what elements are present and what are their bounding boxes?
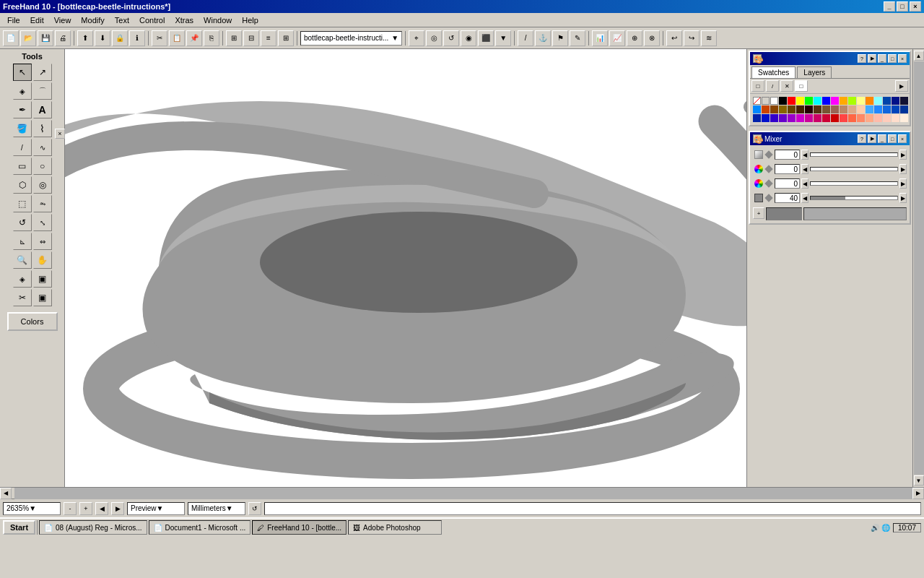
mixer-a-track[interactable] [810, 196, 898, 200]
swatch-yellow[interactable] [796, 97, 804, 105]
lock-btn[interactable]: 🔒 [112, 30, 128, 46]
undo-btn[interactable]: ↩ [666, 30, 682, 46]
rect-tool[interactable]: ▭ [13, 158, 32, 175]
zoom-dropdown[interactable]: 2635% ▼ [3, 502, 61, 515]
print-btn[interactable]: 🖨 [55, 30, 71, 46]
sw-btn-stroke[interactable]: / [766, 80, 779, 92]
tools-panel-close[interactable]: × [55, 129, 65, 139]
open-btn[interactable]: 📂 [20, 30, 36, 46]
save-btn[interactable]: 💾 [38, 30, 53, 46]
swatch-r3-8[interactable] [814, 114, 821, 122]
swatch-magenta[interactable] [831, 97, 839, 105]
sw-btn-none[interactable]: ✕ [780, 80, 793, 92]
close-btn[interactable]: × [910, 1, 921, 12]
copy-btn[interactable]: 📋 [169, 30, 185, 46]
next-page-btn[interactable]: ▶ [111, 502, 124, 515]
new-btn[interactable]: 📄 [3, 30, 19, 46]
tb-btn-8[interactable]: ⚓ [535, 30, 551, 46]
swatch-r3-15[interactable] [874, 114, 882, 122]
mixer-r-right-btn[interactable]: ▶ [899, 150, 907, 160]
mixer-maximize-btn[interactable]: □ [888, 134, 897, 143]
mixer-r-left-btn[interactable]: ◀ [801, 150, 808, 160]
swatch-orange[interactable] [840, 97, 847, 105]
swatch-navyblue[interactable] [892, 97, 899, 105]
swatch-black[interactable] [779, 97, 787, 105]
menu-control[interactable]: Control [135, 14, 169, 26]
swatch-r3-6[interactable] [796, 114, 804, 122]
redo-btn[interactable]: ↪ [684, 30, 699, 46]
spiral-tool[interactable]: ◎ [33, 176, 52, 194]
swatch-cyan[interactable] [814, 97, 821, 105]
mirror-tool[interactable]: ⇔ [33, 233, 52, 250]
eyedrop-tool[interactable]: ◈ [13, 270, 32, 288]
units-dropdown[interactable]: Millimeters ▼ [188, 502, 245, 515]
mixer-g-right-btn[interactable]: ▶ [899, 164, 907, 174]
bezigon-tool[interactable]: ⌒ [33, 82, 52, 100]
swatch-r2-2[interactable] [762, 105, 770, 113]
group-btn[interactable]: ⊞ [226, 30, 242, 46]
document-dropdown[interactable]: bottlecap-beetle-instructi... ▼ [300, 31, 402, 46]
mixer-options-btn[interactable]: ▶ [868, 134, 876, 143]
align-btn[interactable]: ⊞ [278, 30, 294, 46]
swatch-r2-15[interactable] [874, 105, 882, 113]
swatch-r2-8[interactable] [814, 105, 821, 113]
polygon-tool[interactable]: ⬡ [13, 176, 32, 194]
sw-btn-white[interactable]: □ [795, 80, 808, 92]
swatch-green[interactable] [805, 97, 813, 105]
fill-tool[interactable]: 🪣 [13, 120, 32, 137]
swatch-r2-7[interactable] [805, 105, 813, 113]
pen-tool[interactable]: ✒ [13, 101, 32, 118]
mixer-a-left-btn[interactable]: ◀ [801, 193, 808, 203]
swatch-r3-7[interactable] [805, 114, 813, 122]
info-btn[interactable]: ℹ [129, 30, 145, 46]
zoom-in-btn[interactable]: + [79, 502, 92, 515]
line-tool[interactable]: / [13, 139, 32, 156]
swatch-r3-17[interactable] [892, 114, 899, 122]
swatches-options-btn[interactable]: ▶ [868, 54, 876, 63]
refresh-btn[interactable]: ↺ [248, 502, 261, 515]
swatch-none[interactable] [753, 97, 761, 105]
fr-btn-1[interactable]: ▲ [914, 51, 924, 61]
lasso-tool[interactable]: ◈ [13, 82, 32, 100]
swatch-darkblue[interactable] [883, 97, 891, 105]
arrange-btn[interactable]: ≡ [261, 30, 276, 46]
swatch-r2-5[interactable] [788, 105, 796, 113]
swatch-r2-12[interactable] [848, 105, 856, 113]
prev-page-btn[interactable]: ◀ [95, 502, 108, 515]
arc-tool[interactable]: ∿ [33, 139, 52, 156]
clone-btn[interactable]: ⎘ [204, 30, 219, 46]
swatch-r2-11[interactable] [840, 105, 847, 113]
fr-btn-bottom[interactable]: ▼ [914, 475, 924, 486]
mixer-g-track[interactable] [810, 167, 898, 171]
swatch-r3-13[interactable] [857, 114, 865, 122]
tab-swatches[interactable]: Swatches [751, 66, 796, 78]
tb-btn-1[interactable]: ⌖ [409, 30, 424, 46]
tb-btn-5[interactable]: ⬛ [478, 30, 494, 46]
rotate-tool[interactable]: ↺ [13, 214, 32, 231]
subselect-tool[interactable]: ↗ [33, 64, 52, 81]
fill-sq-tool[interactable]: ▣ [33, 289, 52, 306]
mixer-g-left-btn[interactable]: ◀ [801, 164, 808, 174]
swatch-r2-18[interactable] [900, 105, 908, 113]
mixer-a-input[interactable] [775, 193, 800, 203]
tb-btn-14[interactable]: ⊗ [644, 30, 660, 46]
mixer-g-input[interactable] [775, 164, 800, 174]
taskbar-item-0[interactable]: 📄 08 (August) Reg - Micros... [39, 520, 147, 535]
taskbar-item-3[interactable]: 🖼 Adobe Photoshop [348, 520, 442, 535]
h-scroll-right[interactable]: ▶ [912, 488, 924, 499]
swatch-r3-18[interactable] [900, 114, 908, 122]
maximize-btn[interactable]: □ [897, 1, 908, 12]
swatches-maximize-btn[interactable]: □ [888, 54, 897, 63]
import-btn[interactable]: ⬆ [77, 30, 93, 46]
swatches-close-btn[interactable]: × [898, 54, 907, 63]
smudge-tool2[interactable]: ⥲ [33, 195, 52, 212]
tab-layers[interactable]: Layers [797, 66, 832, 78]
taskbar-item-2[interactable]: 🖊 FreeHand 10 - [bottle... [252, 520, 346, 535]
mixer-minimize-btn[interactable]: _ [878, 134, 886, 143]
swatch-lightcyan[interactable] [874, 97, 882, 105]
swatches-help-btn[interactable]: ? [858, 54, 866, 63]
ungroup-btn[interactable]: ⊟ [243, 30, 259, 46]
knife-tool[interactable]: ✂ [13, 289, 32, 306]
taskbar-item-1[interactable]: 📄 Document1 - Microsoft ... [149, 520, 251, 535]
paste-btn[interactable]: 📌 [186, 30, 202, 46]
